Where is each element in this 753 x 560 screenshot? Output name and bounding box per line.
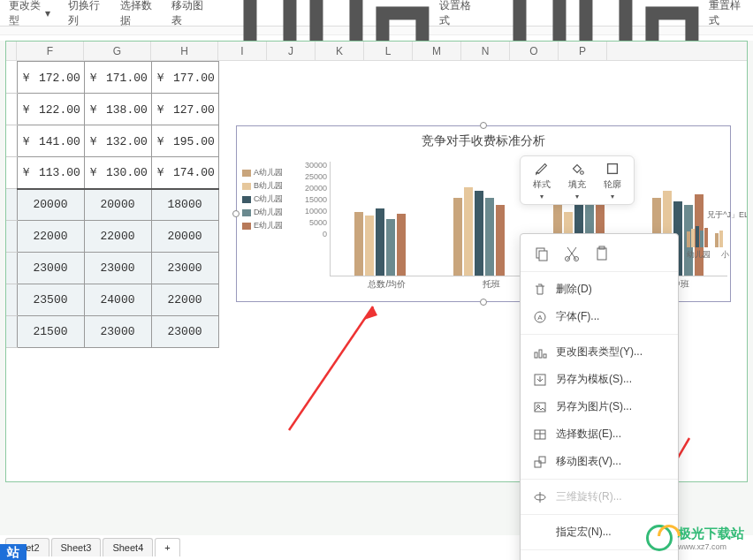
cell[interactable]: ￥ 138.00 (84, 94, 151, 125)
chart-bar[interactable] (376, 208, 384, 276)
chevron-down-icon: ▾ (611, 193, 614, 201)
sheet-tab[interactable]: Sheet3 (51, 538, 102, 556)
select-data-button[interactable]: 选择数据 (120, 0, 155, 28)
blue-bar-fragment: 站 (0, 544, 27, 560)
chart-bar[interactable] (496, 205, 505, 276)
menu-font[interactable]: A字体(F)... (521, 303, 678, 330)
cell[interactable]: 23000 (84, 253, 151, 284)
svg-rect-25 (539, 457, 545, 463)
adjacent-chart-fragment: 兄于^J」EL 幼儿园小 (687, 209, 748, 262)
image-icon (533, 400, 547, 414)
col-header[interactable]: N (461, 42, 510, 60)
style-button[interactable]: 样式▾ (533, 161, 551, 201)
svg-text:A: A (537, 314, 543, 322)
menu-save-as-template[interactable]: 另存为模板(S)... (521, 366, 678, 393)
chart-bar[interactable] (485, 198, 494, 276)
rotate-3d-icon (533, 490, 547, 504)
svg-rect-13 (597, 248, 606, 260)
cell[interactable]: ￥ 195.00 (151, 125, 218, 157)
chart-bar[interactable] (453, 198, 462, 276)
y-axis-labels: 300002500020000150001000050000 (299, 160, 327, 240)
cell[interactable]: ￥ 113.00 (17, 157, 84, 189)
swap-row-col-button[interactable]: 切换行列 (68, 0, 103, 28)
col-header[interactable]: P (559, 42, 607, 60)
col-header[interactable]: M (413, 42, 461, 60)
col-header[interactable]: G (84, 42, 151, 60)
chart-bar[interactable] (464, 187, 473, 276)
chart-legend[interactable]: A幼儿园B幼儿园C幼儿园D幼儿园E幼儿园 (242, 167, 284, 233)
col-header[interactable]: J (267, 42, 316, 60)
quick-style-toolbar: 样式▾ 填充▾ 轮廓▾ (520, 155, 635, 205)
col-header[interactable]: H (151, 42, 218, 60)
cell[interactable]: 20000 (17, 189, 84, 221)
svg-point-11 (566, 257, 570, 261)
add-sheet-button[interactable]: + (155, 538, 179, 556)
trash-icon (533, 283, 547, 297)
chart-bar[interactable] (475, 191, 483, 276)
paint-bucket-icon (569, 161, 585, 177)
fill-button[interactable]: 填充▾ (568, 161, 586, 201)
paste-icon[interactable] (593, 245, 611, 262)
cell[interactable]: 23500 (17, 284, 84, 316)
menu-format-chart-area[interactable]: 设置图表区域格式(F)... (521, 554, 678, 560)
resize-handle-bottom[interactable] (480, 299, 487, 306)
cell[interactable]: ￥ 172.00 (17, 62, 84, 94)
menu-rotate-3d: 三维旋转(R)... (521, 483, 678, 511)
cell[interactable]: 20000 (151, 221, 218, 253)
chart-bar[interactable] (365, 216, 374, 276)
chart-title[interactable]: 竞争对手收费标准分析 (237, 133, 730, 149)
cell[interactable]: ￥ 177.00 (151, 62, 218, 94)
outline-button[interactable]: 轮廓▾ (604, 161, 621, 201)
svg-point-12 (574, 257, 579, 261)
cell[interactable]: ￥ 130.00 (84, 157, 151, 189)
cell[interactable]: 23000 (151, 316, 218, 348)
cell[interactable]: 23000 (17, 253, 84, 284)
chevron-down-icon: ▾ (540, 193, 544, 201)
cell[interactable]: 20000 (84, 189, 151, 221)
cell[interactable]: ￥ 127.00 (151, 94, 218, 125)
svg-rect-17 (535, 352, 537, 358)
change-chart-type-button[interactable]: 更改类型▾ (9, 0, 50, 28)
cell[interactable]: 23000 (151, 253, 218, 284)
resize-handle-left[interactable] (232, 210, 240, 217)
cell[interactable]: 22000 (84, 221, 151, 253)
cell[interactable]: 22000 (17, 221, 84, 253)
chart-bar[interactable] (386, 219, 395, 276)
menu-move-chart[interactable]: 移动图表(V)... (521, 448, 678, 475)
menu-change-chart-type[interactable]: 更改图表类型(Y)... (521, 338, 678, 366)
cell[interactable]: 21500 (17, 316, 84, 348)
cell[interactable]: ￥ 174.00 (151, 157, 218, 189)
chart-bar[interactable] (354, 212, 363, 276)
svg-rect-8 (608, 163, 618, 173)
sheet-tab[interactable]: Sheet4 (103, 538, 153, 556)
save-template-icon (533, 373, 547, 387)
chart-bar[interactable] (397, 214, 406, 276)
move-chart-button[interactable]: 移动图表 (171, 0, 206, 28)
chevron-down-icon: ▾ (45, 7, 50, 19)
brush-icon (534, 161, 550, 177)
resize-handle-top[interactable] (480, 122, 487, 129)
col-header[interactable]: F (17, 42, 84, 60)
menu-select-data[interactable]: 选择数据(E)... (521, 420, 678, 448)
svg-rect-19 (544, 354, 546, 358)
table-icon (533, 428, 547, 442)
copy-icon[interactable] (533, 245, 551, 262)
cell[interactable]: ￥ 141.00 (17, 125, 84, 157)
cut-icon[interactable] (563, 245, 581, 262)
col-header[interactable]: K (316, 42, 364, 60)
cell[interactable]: ￥ 132.00 (84, 125, 151, 157)
col-header[interactable]: O (510, 42, 559, 60)
cell[interactable]: 24000 (84, 284, 151, 316)
move-icon (533, 455, 547, 469)
menu-save-as-image[interactable]: 另存为图片(S)... (521, 393, 678, 420)
col-header[interactable]: L (364, 42, 413, 60)
cell[interactable]: 22000 (151, 284, 218, 316)
sheet-tabs: heet2 Sheet3 Sheet4 + (5, 538, 180, 556)
menu-delete[interactable]: 删除(D) (521, 276, 678, 303)
cell[interactable]: ￥ 171.00 (84, 62, 151, 94)
font-icon: A (533, 310, 547, 324)
cell[interactable]: ￥ 122.00 (17, 94, 84, 125)
col-header[interactable]: I (218, 42, 267, 60)
cell[interactable]: 18000 (151, 189, 218, 221)
cell[interactable]: 23000 (84, 316, 151, 348)
